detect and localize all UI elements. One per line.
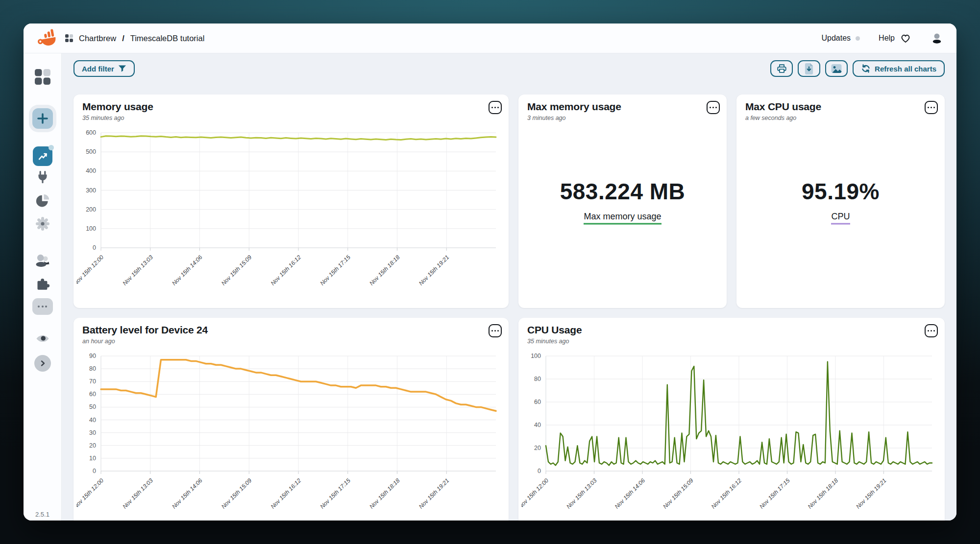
- dashboard-content: Add filter: [62, 53, 956, 520]
- card-updated: 35 minutes ago: [82, 115, 124, 121]
- card-menu-button[interactable]: [707, 101, 720, 114]
- svg-text:0: 0: [538, 468, 541, 474]
- breadcrumb-app[interactable]: Chartbrew: [79, 34, 116, 43]
- breadcrumb-project[interactable]: TimescaleDB tutorial: [130, 34, 205, 43]
- svg-text:Nov 15th 19:21: Nov 15th 19:21: [417, 254, 450, 286]
- download-report-button[interactable]: [798, 60, 820, 77]
- sidebar-item-charts-active[interactable]: [33, 146, 52, 166]
- svg-text:200: 200: [86, 206, 96, 213]
- svg-text:60: 60: [534, 399, 541, 405]
- top-navbar: Chartbrew / TimescaleDB tutorial Updates…: [24, 24, 956, 53]
- svg-text:Nov 15th 14:06: Nov 15th 14:06: [171, 254, 204, 287]
- svg-text:30: 30: [89, 429, 96, 436]
- card-menu-button[interactable]: [489, 324, 502, 337]
- ellipsis-icon: [32, 298, 53, 315]
- app-version: 2.5.1: [24, 511, 61, 518]
- dashboard-row-1: Memory usage 35 minutes ago Nov 15th 12:…: [74, 95, 945, 308]
- kpi-block: 95.19% CPU: [736, 178, 945, 225]
- kpi-value: 583.224 MB: [560, 178, 686, 205]
- sidebar-item-visibility[interactable]: [35, 332, 50, 345]
- card-title: Battery level for Device 24: [82, 324, 208, 336]
- notification-dot: [49, 145, 54, 150]
- gear-icon: [35, 216, 50, 232]
- chevron-right-icon: [34, 355, 51, 372]
- sidebar-item-reports[interactable]: [35, 193, 50, 208]
- card-title: Max CPU usage: [745, 101, 821, 113]
- svg-text:90: 90: [89, 353, 96, 359]
- updates-status-dot: [856, 36, 860, 41]
- card-updated: an hour ago: [82, 338, 115, 345]
- svg-text:Nov 15th 15:09: Nov 15th 15:09: [220, 477, 253, 510]
- svg-text:100: 100: [86, 225, 96, 232]
- svg-text:Nov 15th 12:00: Nov 15th 12:00: [76, 254, 105, 287]
- kpi-block: 583.224 MB Max memory usage: [518, 178, 727, 225]
- svg-text:60: 60: [89, 391, 96, 398]
- add-plus-icon: [32, 108, 53, 129]
- card-updated: a few seconds ago: [745, 115, 796, 121]
- svg-text:Nov 15th 19:21: Nov 15th 19:21: [855, 477, 887, 510]
- svg-text:Nov 15th 17:15: Nov 15th 17:15: [318, 477, 352, 510]
- help-button[interactable]: Help: [879, 32, 911, 44]
- download-report-icon: [804, 63, 814, 74]
- sidebar: 2.5.1: [24, 53, 62, 520]
- battery-level-chart: Nov 15th 12:00Nov 15th 13:03Nov 15th 14:…: [76, 347, 502, 512]
- svg-text:20: 20: [89, 442, 96, 449]
- breadcrumb: Chartbrew / TimescaleDB tutorial: [65, 34, 204, 43]
- sidebar-item-add-chart[interactable]: [32, 108, 53, 129]
- dashboard-toolbar: Add filter: [74, 60, 945, 77]
- dashboard-row-2: Battery level for Device 24 an hour ago …: [74, 318, 945, 520]
- refresh-icon: [861, 64, 871, 73]
- svg-text:80: 80: [89, 365, 96, 372]
- svg-text:0: 0: [93, 468, 96, 474]
- chartbrew-logo-icon[interactable]: [36, 28, 57, 48]
- team-icon: [35, 253, 50, 268]
- card-menu-button[interactable]: [925, 324, 938, 337]
- card-updated: 3 minutes ago: [527, 115, 566, 121]
- line-chart-icon: [33, 146, 52, 166]
- sidebar-item-settings[interactable]: [35, 216, 50, 232]
- svg-text:Nov 15th 13:03: Nov 15th 13:03: [121, 477, 154, 510]
- svg-text:Nov 15th 18:18: Nov 15th 18:18: [368, 477, 401, 510]
- sidebar-item-integrations[interactable]: [35, 276, 50, 290]
- kpi-label: CPU: [831, 212, 850, 225]
- heart-icon: [900, 32, 911, 44]
- card-menu-button[interactable]: [489, 101, 502, 114]
- battery-level-card: Battery level for Device 24 an hour ago …: [74, 318, 509, 520]
- svg-text:Nov 15th 14:06: Nov 15th 14:06: [613, 477, 647, 510]
- sidebar-item-connections[interactable]: [36, 170, 49, 185]
- printer-icon: [776, 63, 787, 74]
- card-menu-button[interactable]: [925, 101, 938, 114]
- svg-text:500: 500: [86, 148, 96, 155]
- add-filter-button[interactable]: Add filter: [74, 60, 135, 77]
- export-image-button[interactable]: [825, 60, 848, 77]
- sidebar-collapse-button[interactable]: [34, 355, 51, 372]
- dashboard-grid-icon[interactable]: [65, 34, 74, 43]
- svg-text:20: 20: [534, 445, 541, 451]
- svg-text:400: 400: [86, 167, 96, 174]
- kpi-value: 95.19%: [802, 178, 880, 205]
- print-button[interactable]: [770, 60, 793, 77]
- svg-text:40: 40: [534, 422, 541, 428]
- svg-text:Nov 15th 16:12: Nov 15th 16:12: [270, 254, 303, 287]
- window-body: 2.5.1 Add filter: [24, 53, 956, 520]
- svg-text:Nov 15th 13:03: Nov 15th 13:03: [565, 477, 598, 510]
- header-right: Updates Help: [822, 32, 944, 45]
- svg-text:Nov 15th 18:18: Nov 15th 18:18: [368, 254, 401, 287]
- grid-icon: [34, 68, 51, 86]
- sidebar-item-dashboards[interactable]: [34, 68, 51, 86]
- svg-text:0: 0: [93, 244, 96, 251]
- max-memory-card: Max memory usage 3 minutes ago 583.224 M…: [518, 95, 727, 308]
- sidebar-item-team[interactable]: [35, 253, 50, 268]
- user-avatar-icon[interactable]: [930, 32, 944, 45]
- svg-text:Nov 15th 17:15: Nov 15th 17:15: [318, 254, 352, 287]
- max-cpu-card: Max CPU usage a few seconds ago 95.19% C…: [736, 95, 945, 308]
- main-window: Chartbrew / TimescaleDB tutorial Updates…: [24, 24, 956, 520]
- memory-usage-chart: Nov 15th 12:00Nov 15th 13:03Nov 15th 14:…: [76, 124, 502, 288]
- card-title: Max memory usage: [527, 101, 621, 113]
- image-export-icon: [831, 63, 842, 74]
- updates-button[interactable]: Updates: [822, 34, 860, 43]
- cpu-usage-card: CPU Usage 35 minutes ago Nov 15th 12:00N…: [518, 318, 945, 520]
- sidebar-item-more[interactable]: [32, 298, 53, 315]
- svg-text:Nov 15th 18:18: Nov 15th 18:18: [807, 477, 840, 510]
- refresh-all-button[interactable]: Refresh all charts: [853, 60, 945, 77]
